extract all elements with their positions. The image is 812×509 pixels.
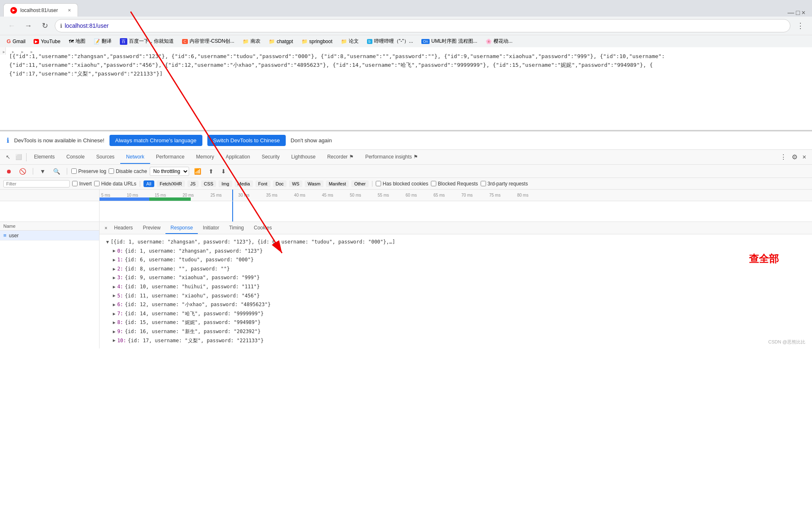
filter-font-button[interactable]: Font [255,180,270,187]
invert-label[interactable]: Invert [72,181,92,187]
bookmark-gmail[interactable]: G Gmail [3,37,29,45]
bookmark-maps[interactable]: 🗺 地图 [66,37,89,46]
bookmark-nanong[interactable]: 📁 南农 [239,37,264,46]
panel-tab-initiator[interactable]: Initiator [198,222,224,234]
maximize-button[interactable]: □ [796,9,800,17]
bookmark-paper[interactable]: 📁 论文 [338,37,362,46]
bookmark-springboot[interactable]: 📁 springboot [298,38,336,45]
bookmark-sakura[interactable]: 🌸 樱花动... [482,37,516,46]
filter-input[interactable] [3,180,70,188]
panel-tab-timing[interactable]: Timing [224,222,249,234]
tab-perf-insights[interactable]: Performance insights ⚑ [360,151,424,164]
bookmark-csdn[interactable]: C 内容管理-CSDN创... [179,37,238,46]
tab-recorder[interactable]: Recorder ⚑ [321,151,360,164]
panel-tab-preview[interactable]: Preview [138,222,165,234]
has-blocked-label[interactable]: Has blocked cookies [376,181,428,187]
panel-tab-response[interactable]: Response [165,222,198,234]
tab-sources[interactable]: Sources [90,151,120,164]
forward-button[interactable]: → [22,19,35,32]
tree-item-1[interactable]: ▶ 1: {id: 6, username: "tudou", password… [113,256,805,265]
bookmark-bilibili[interactable]: b 哔哩哔哩（"-"）... [364,37,417,46]
third-party-label[interactable]: 3rd-party requests [481,181,528,187]
network-row-user[interactable]: ≡ user [0,231,99,241]
has-blocked-checkbox[interactable] [376,181,381,186]
timeline-marker [232,190,233,201]
filter-ws-button[interactable]: WS [289,180,302,187]
tree-item-9[interactable]: ▶ 9: {id: 16, username: "新生", password: … [113,327,805,336]
throttle-select[interactable]: No throttling Fast 3G Slow 3G [150,167,189,176]
tree-item-10[interactable]: ▶ 10: {id: 17, username: "义梨", password:… [113,336,805,346]
filter-css-button[interactable]: CSS [201,180,216,187]
tab-elements[interactable]: Elements [28,151,61,164]
bookmark-youtube[interactable]: ▶ YouTube [30,38,63,45]
close-button[interactable]: × [802,9,805,17]
tab-lighthouse[interactable]: Lighthouse [285,151,321,164]
bookmark-chatgpt[interactable]: 📁 chatgpt [265,38,296,45]
record-button[interactable]: ⏺ [3,167,14,176]
disable-cache-label[interactable]: Disable cache [109,168,147,174]
blocked-requests-label[interactable]: Blocked Requests [431,181,478,187]
bookmark-baidu[interactable]: 百 百度一下，你就知道 [117,37,177,46]
filter-img-button[interactable]: Img [219,180,232,187]
tree-item-7[interactable]: ▶ 7: {id: 14, username: "哈飞", password: … [113,309,805,319]
devtools-more-button[interactable]: ⋮ [778,151,789,163]
filter-fetch-button[interactable]: Fetch/XHR [157,180,185,187]
tab-memory[interactable]: Memory [190,151,220,164]
tab-close-button[interactable]: × [68,7,71,13]
extensions-button[interactable]: ⋮ [794,19,807,32]
cursor-tool-button[interactable]: ↖ [3,152,13,162]
filter-all-button[interactable]: All [143,180,154,187]
tree-item-2[interactable]: ▶ 2: {id: 8, username: "", password: ""} [113,265,805,274]
invert-checkbox[interactable] [72,181,78,186]
always-match-button[interactable]: Always match Chrome's language [109,135,202,146]
tab-network[interactable]: Network [120,151,150,164]
filter-toggle-button[interactable]: ▼ [37,167,48,176]
tree-item-8[interactable]: ▶ 8: {id: 15, username: "妮妮", password: … [113,318,805,327]
filter-doc-button[interactable]: Doc [273,180,287,187]
blocked-requests-checkbox[interactable] [431,181,436,186]
dont-show-button[interactable]: Don't show again [291,137,332,144]
tree-item-6[interactable]: ▶ 6: {id: 12, username: "小xhao", passwor… [113,300,805,309]
panel-tab-cookies[interactable]: Cookies [249,222,277,234]
preserve-log-checkbox[interactable] [71,168,77,174]
device-tool-button[interactable]: ⬜ [13,152,24,162]
filter-js-button[interactable]: JS [187,180,199,187]
preserve-log-label[interactable]: Preserve log [71,168,106,174]
tree-root-row[interactable]: ▼ [{id: 1, username: "zhangsan", passwor… [106,238,805,247]
tab-console[interactable]: Console [61,151,90,164]
bookmark-translate[interactable]: 📝 翻译 [90,37,115,46]
toolbar-sep-1 [33,168,33,175]
tree-item-0[interactable]: ▶ 0: {id: 1, username: "zhangsan", passw… [113,247,805,256]
switch-devtools-button[interactable]: Switch DevTools to Chinese [207,135,286,146]
tree-item-5[interactable]: ▶ 5: {id: 11, username: "xiaohu", passwo… [113,292,805,301]
tree-item-4[interactable]: ▶ 4: {id: 10, username: "huihui", passwo… [113,283,805,292]
tab-application[interactable]: Application [220,151,256,164]
bookmark-uml[interactable]: On UML时序图 流程图... [418,37,481,46]
tab-security[interactable]: Security [256,151,285,164]
panel-tab-headers[interactable]: Headers [109,222,138,234]
wifi-button[interactable]: 📶 [192,167,204,176]
back-button[interactable]: ← [5,19,18,32]
minimize-button[interactable]: — [788,9,794,17]
devtools-settings-button[interactable]: ⚙ [789,151,800,163]
clear-button[interactable]: 🚫 [17,167,29,176]
filter-other-button[interactable]: Other [351,180,369,187]
third-party-checkbox[interactable] [481,181,486,186]
tab-performance[interactable]: Performance [150,151,190,164]
search-button[interactable]: 🔍 [51,167,63,176]
export-button[interactable]: ⬇ [219,167,229,176]
disable-cache-checkbox[interactable] [109,168,114,174]
panel-close-button[interactable]: × [103,223,109,234]
devtools-close-button[interactable]: × [800,152,809,163]
filter-media-button[interactable]: Media [235,180,253,187]
filter-manifest-button[interactable]: Manifest [326,180,349,187]
bookmark-uml-label: UML时序图 流程图... [431,38,477,45]
hide-data-urls-checkbox[interactable] [94,181,100,186]
tree-item-3[interactable]: ▶ 3: {id: 9, username: "xiaohua", passwo… [113,273,805,283]
hide-data-urls-label[interactable]: Hide data URLs [94,181,136,187]
import-button[interactable]: ⬆ [206,167,216,176]
filter-wasm-button[interactable]: Wasm [305,180,323,187]
active-tab[interactable]: ▶ localhost:81/user × [3,3,78,17]
refresh-button[interactable]: ↻ [38,19,51,32]
address-bar[interactable]: ℹ localhost:81/user [55,19,790,32]
